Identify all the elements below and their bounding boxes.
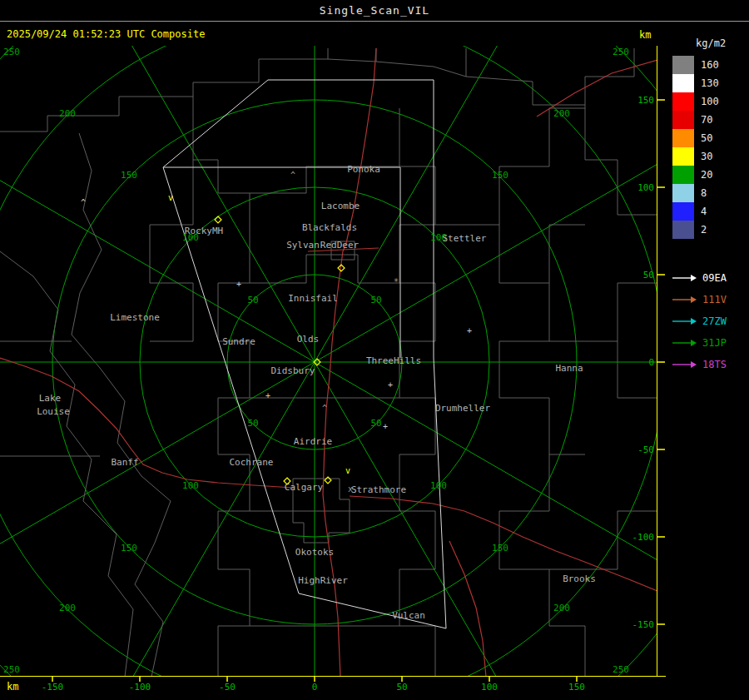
radial-line bbox=[0, 112, 315, 362]
point-marker: x bbox=[348, 484, 353, 494]
city-label: Strathmore bbox=[351, 484, 406, 495]
city-label: Brooks bbox=[563, 573, 596, 584]
site-arrow-icon bbox=[671, 316, 697, 326]
radial-line bbox=[315, 112, 667, 362]
point-marker: v bbox=[168, 193, 173, 202]
city-label: Calgary bbox=[285, 482, 324, 493]
site-id-label: 18TS bbox=[702, 359, 727, 370]
scale-entry: 20 bbox=[672, 166, 749, 184]
scale-swatch bbox=[672, 111, 694, 129]
city-label: Airdrie bbox=[294, 436, 332, 447]
radial-line bbox=[65, 362, 315, 700]
scale-swatch bbox=[672, 92, 694, 111]
city-label: Hanna bbox=[555, 363, 583, 374]
radar-site-legend: 09EA111V27ZW31JP18TS bbox=[671, 267, 749, 375]
point-marker: + bbox=[388, 380, 393, 390]
site-arrow-icon bbox=[671, 295, 697, 305]
scale-entry: 8 bbox=[672, 184, 749, 202]
city-label: Sylvan bbox=[286, 240, 320, 251]
site-arrow-icon bbox=[671, 338, 697, 348]
range-label: 200 bbox=[553, 108, 570, 119]
city-label: Innisfail bbox=[288, 293, 338, 304]
point-marker: + bbox=[467, 326, 472, 335]
right-axis-label: -100 bbox=[632, 532, 655, 543]
scale-swatch bbox=[672, 202, 694, 221]
scale-value: 30 bbox=[701, 151, 712, 162]
bottom-axis-label: 100 bbox=[481, 682, 498, 693]
county-boundary bbox=[193, 97, 250, 193]
scale-entry: 130 bbox=[672, 74, 749, 92]
point-marker: + bbox=[383, 422, 388, 431]
site-id-label: 09EA bbox=[702, 272, 727, 284]
site-diamond-marker bbox=[325, 477, 331, 484]
county-boundary bbox=[618, 341, 657, 398]
county-boundary bbox=[585, 105, 657, 215]
city-label: Lake bbox=[39, 393, 62, 404]
scale-entry: 100 bbox=[672, 92, 749, 111]
city-label: Lacombe bbox=[321, 201, 360, 211]
city-label: Okotoks bbox=[295, 547, 334, 558]
county-boundary bbox=[399, 108, 435, 283]
bottom-axis-label: 150 bbox=[568, 682, 585, 693]
site-id-label: 111V bbox=[702, 294, 727, 305]
point-marker: ^ bbox=[81, 198, 86, 207]
city-label: Ponoka bbox=[347, 164, 380, 175]
range-label: 50 bbox=[370, 418, 381, 429]
range-label: 250 bbox=[613, 664, 629, 675]
scale-value: 8 bbox=[701, 187, 707, 199]
range-label: 200 bbox=[59, 603, 76, 613]
county-boundary bbox=[72, 133, 171, 677]
site-arrow-icon bbox=[671, 273, 697, 283]
site-arrow-icon bbox=[671, 360, 697, 370]
scale-value: 20 bbox=[701, 169, 712, 181]
city-label: Blackfalds bbox=[302, 222, 357, 233]
scale-entry: 4 bbox=[672, 202, 749, 221]
point-marker: * bbox=[394, 277, 399, 286]
city-label: ThreeHills bbox=[366, 355, 421, 366]
scan-area-outline bbox=[163, 167, 299, 593]
county-boundary bbox=[435, 108, 585, 225]
scale-value: 160 bbox=[701, 59, 719, 71]
range-label: 150 bbox=[121, 543, 137, 554]
scale-entry: 160 bbox=[672, 56, 749, 74]
scale-entry: 70 bbox=[672, 111, 749, 129]
scale-value: 130 bbox=[701, 77, 719, 89]
scan-timestamp: 2025/09/24 01:52:23 UTC Composite bbox=[7, 28, 205, 40]
city-label: Didsbury bbox=[271, 365, 315, 376]
right-axis-label: -50 bbox=[637, 444, 654, 455]
city-label: RockyMH bbox=[185, 226, 223, 236]
city-label: RedDeer bbox=[320, 240, 360, 251]
city-label: HighRiver bbox=[298, 575, 348, 586]
bottom-axis-label: 0 bbox=[312, 682, 318, 693]
range-label: 150 bbox=[492, 543, 508, 554]
city-label: Olds bbox=[297, 334, 320, 345]
county-boundary bbox=[499, 225, 585, 283]
county-boundary bbox=[328, 48, 376, 62]
point-marker: ^ bbox=[290, 171, 295, 180]
bottom-axis-label: -50 bbox=[219, 682, 236, 693]
range-label: 100 bbox=[182, 480, 199, 491]
city-label: Stettler bbox=[443, 233, 487, 244]
legend-site-row: 111V bbox=[671, 289, 749, 310]
right-axis-label: 100 bbox=[637, 182, 654, 193]
county-boundary bbox=[0, 48, 328, 132]
range-label: 250 bbox=[3, 47, 20, 57]
radial-line bbox=[65, 46, 315, 362]
scale-swatch bbox=[672, 129, 694, 147]
bottom-axis-unit: km bbox=[7, 681, 18, 693]
status-bar: 2025/09/24 01:52:23 UTC Composite km bbox=[0, 22, 749, 46]
legend-site-row: 31JP bbox=[671, 332, 749, 354]
legend-site-row: 18TS bbox=[671, 354, 749, 375]
range-label: 50 bbox=[247, 418, 258, 429]
city-label: Banff bbox=[111, 457, 138, 468]
range-label: 200 bbox=[59, 108, 76, 119]
scale-swatch bbox=[672, 221, 694, 239]
scale-unit-label: kg/m2 bbox=[696, 37, 749, 49]
scale-value: 4 bbox=[701, 206, 707, 217]
county-boundary bbox=[250, 255, 399, 283]
bottom-axis-label: 50 bbox=[396, 682, 407, 693]
range-label: 150 bbox=[121, 170, 137, 181]
legend-site-row: 27ZW bbox=[671, 310, 749, 332]
scale-entry: 2 bbox=[672, 221, 749, 239]
scale-swatch bbox=[672, 74, 694, 92]
